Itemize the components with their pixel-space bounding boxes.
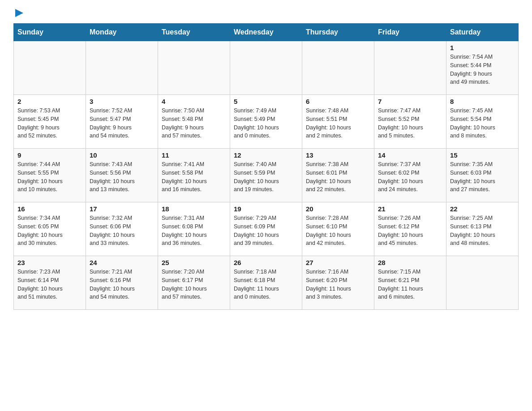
calendar-cell: 3Sunrise: 7:52 AMSunset: 5:47 PMDaylight… — [86, 95, 158, 149]
calendar-header-thursday: Thursday — [302, 24, 374, 41]
day-info: Sunrise: 7:34 AMSunset: 6:05 PMDaylight:… — [17, 214, 82, 248]
day-info: Sunrise: 7:15 AMSunset: 6:21 PMDaylight:… — [378, 268, 442, 301]
day-number: 19 — [234, 205, 298, 213]
calendar-cell: 8Sunrise: 7:45 AMSunset: 5:54 PMDaylight… — [446, 95, 519, 149]
day-info: Sunrise: 7:23 AMSunset: 6:14 PMDaylight:… — [17, 268, 82, 301]
day-number: 8 — [450, 98, 515, 105]
day-info: Sunrise: 7:54 AMSunset: 5:44 PMDaylight:… — [450, 53, 515, 86]
calendar-cell: 27Sunrise: 7:16 AMSunset: 6:20 PMDayligh… — [302, 256, 374, 310]
day-number: 10 — [90, 151, 154, 159]
calendar-header-sunday: Sunday — [14, 24, 86, 41]
calendar-header-saturday: Saturday — [446, 24, 519, 41]
calendar-cell: 17Sunrise: 7:32 AMSunset: 6:06 PMDayligh… — [86, 202, 158, 256]
day-number: 17 — [90, 205, 154, 213]
logo-triangle-icon — [15, 9, 23, 19]
day-number: 28 — [378, 259, 442, 266]
day-info: Sunrise: 7:45 AMSunset: 5:54 PMDaylight:… — [450, 107, 515, 140]
calendar-cell: 10Sunrise: 7:43 AMSunset: 5:56 PMDayligh… — [86, 149, 158, 202]
calendar-week-1: 1Sunrise: 7:54 AMSunset: 5:44 PMDaylight… — [14, 41, 519, 95]
calendar-week-4: 16Sunrise: 7:34 AMSunset: 6:05 PMDayligh… — [14, 202, 519, 256]
calendar-cell — [158, 41, 230, 95]
day-number: 11 — [162, 151, 226, 159]
day-number: 6 — [306, 98, 370, 105]
calendar-cell: 19Sunrise: 7:29 AMSunset: 6:09 PMDayligh… — [230, 202, 302, 256]
calendar-table: SundayMondayTuesdayWednesdayThursdayFrid… — [13, 23, 519, 310]
day-number: 21 — [378, 205, 442, 213]
calendar-cell: 15Sunrise: 7:35 AMSunset: 6:03 PMDayligh… — [446, 149, 519, 202]
calendar-header-row: SundayMondayTuesdayWednesdayThursdayFrid… — [14, 24, 519, 41]
calendar-cell: 24Sunrise: 7:21 AMSunset: 6:16 PMDayligh… — [86, 256, 158, 310]
day-number: 24 — [90, 259, 154, 266]
calendar-cell — [14, 41, 86, 95]
calendar-header-monday: Monday — [86, 24, 158, 41]
calendar-cell: 26Sunrise: 7:18 AMSunset: 6:18 PMDayligh… — [230, 256, 302, 310]
day-info: Sunrise: 7:25 AMSunset: 6:13 PMDaylight:… — [450, 214, 515, 248]
day-number: 1 — [450, 44, 515, 51]
day-number: 20 — [306, 205, 370, 213]
day-info: Sunrise: 7:49 AMSunset: 5:49 PMDaylight:… — [234, 107, 298, 140]
calendar-cell — [86, 41, 158, 95]
day-number: 14 — [378, 151, 442, 159]
calendar-cell: 23Sunrise: 7:23 AMSunset: 6:14 PMDayligh… — [14, 256, 86, 310]
page-header — [13, 9, 519, 19]
calendar-cell — [374, 41, 446, 95]
day-info: Sunrise: 7:20 AMSunset: 6:17 PMDaylight:… — [162, 268, 226, 301]
calendar-cell: 1Sunrise: 7:54 AMSunset: 5:44 PMDaylight… — [446, 41, 519, 95]
day-info: Sunrise: 7:29 AMSunset: 6:09 PMDaylight:… — [234, 214, 298, 248]
day-info: Sunrise: 7:38 AMSunset: 6:01 PMDaylight:… — [306, 160, 370, 194]
calendar-cell: 9Sunrise: 7:44 AMSunset: 5:55 PMDaylight… — [14, 149, 86, 202]
calendar-cell: 21Sunrise: 7:26 AMSunset: 6:12 PMDayligh… — [374, 202, 446, 256]
day-info: Sunrise: 7:37 AMSunset: 6:02 PMDaylight:… — [378, 160, 442, 194]
calendar-cell: 12Sunrise: 7:40 AMSunset: 5:59 PMDayligh… — [230, 149, 302, 202]
svg-marker-0 — [15, 9, 23, 17]
calendar-cell: 20Sunrise: 7:28 AMSunset: 6:10 PMDayligh… — [302, 202, 374, 256]
day-info: Sunrise: 7:16 AMSunset: 6:20 PMDaylight:… — [306, 268, 370, 301]
calendar-cell: 4Sunrise: 7:50 AMSunset: 5:48 PMDaylight… — [158, 95, 230, 149]
day-info: Sunrise: 7:28 AMSunset: 6:10 PMDaylight:… — [306, 214, 370, 248]
calendar-cell: 7Sunrise: 7:47 AMSunset: 5:52 PMDaylight… — [374, 95, 446, 149]
day-number: 16 — [17, 205, 82, 213]
day-info: Sunrise: 7:26 AMSunset: 6:12 PMDaylight:… — [378, 214, 442, 248]
day-number: 15 — [450, 151, 515, 159]
day-number: 9 — [17, 151, 82, 159]
day-info: Sunrise: 7:53 AMSunset: 5:45 PMDaylight:… — [17, 107, 82, 140]
day-info: Sunrise: 7:35 AMSunset: 6:03 PMDaylight:… — [450, 160, 515, 194]
day-number: 4 — [162, 98, 226, 105]
day-info: Sunrise: 7:21 AMSunset: 6:16 PMDaylight:… — [90, 268, 154, 301]
day-number: 22 — [450, 205, 515, 213]
calendar-cell: 5Sunrise: 7:49 AMSunset: 5:49 PMDaylight… — [230, 95, 302, 149]
calendar-header-tuesday: Tuesday — [158, 24, 230, 41]
calendar-cell: 13Sunrise: 7:38 AMSunset: 6:01 PMDayligh… — [302, 149, 374, 202]
day-info: Sunrise: 7:40 AMSunset: 5:59 PMDaylight:… — [234, 160, 298, 194]
day-info: Sunrise: 7:18 AMSunset: 6:18 PMDaylight:… — [234, 268, 298, 301]
calendar-cell: 28Sunrise: 7:15 AMSunset: 6:21 PMDayligh… — [374, 256, 446, 310]
day-info: Sunrise: 7:50 AMSunset: 5:48 PMDaylight:… — [162, 107, 226, 140]
calendar-week-5: 23Sunrise: 7:23 AMSunset: 6:14 PMDayligh… — [14, 256, 519, 310]
day-number: 5 — [234, 98, 298, 105]
day-info: Sunrise: 7:41 AMSunset: 5:58 PMDaylight:… — [162, 160, 226, 194]
calendar-header-wednesday: Wednesday — [230, 24, 302, 41]
calendar-cell: 25Sunrise: 7:20 AMSunset: 6:17 PMDayligh… — [158, 256, 230, 310]
calendar-cell: 11Sunrise: 7:41 AMSunset: 5:58 PMDayligh… — [158, 149, 230, 202]
logo — [13, 9, 23, 19]
day-number: 12 — [234, 151, 298, 159]
day-info: Sunrise: 7:43 AMSunset: 5:56 PMDaylight:… — [90, 160, 154, 194]
calendar-week-2: 2Sunrise: 7:53 AMSunset: 5:45 PMDaylight… — [14, 95, 519, 149]
day-number: 25 — [162, 259, 226, 266]
day-info: Sunrise: 7:31 AMSunset: 6:08 PMDaylight:… — [162, 214, 226, 248]
day-number: 23 — [17, 259, 82, 266]
calendar-cell: 14Sunrise: 7:37 AMSunset: 6:02 PMDayligh… — [374, 149, 446, 202]
calendar-cell: 6Sunrise: 7:48 AMSunset: 5:51 PMDaylight… — [302, 95, 374, 149]
day-number: 7 — [378, 98, 442, 105]
day-number: 2 — [17, 98, 82, 105]
day-number: 26 — [234, 259, 298, 266]
calendar-cell — [302, 41, 374, 95]
day-info: Sunrise: 7:52 AMSunset: 5:47 PMDaylight:… — [90, 107, 154, 140]
calendar-week-3: 9Sunrise: 7:44 AMSunset: 5:55 PMDaylight… — [14, 149, 519, 202]
calendar-header-friday: Friday — [374, 24, 446, 41]
day-info: Sunrise: 7:48 AMSunset: 5:51 PMDaylight:… — [306, 107, 370, 140]
calendar-cell: 18Sunrise: 7:31 AMSunset: 6:08 PMDayligh… — [158, 202, 230, 256]
calendar-cell: 16Sunrise: 7:34 AMSunset: 6:05 PMDayligh… — [14, 202, 86, 256]
day-info: Sunrise: 7:32 AMSunset: 6:06 PMDaylight:… — [90, 214, 154, 248]
day-info: Sunrise: 7:44 AMSunset: 5:55 PMDaylight:… — [17, 160, 82, 194]
